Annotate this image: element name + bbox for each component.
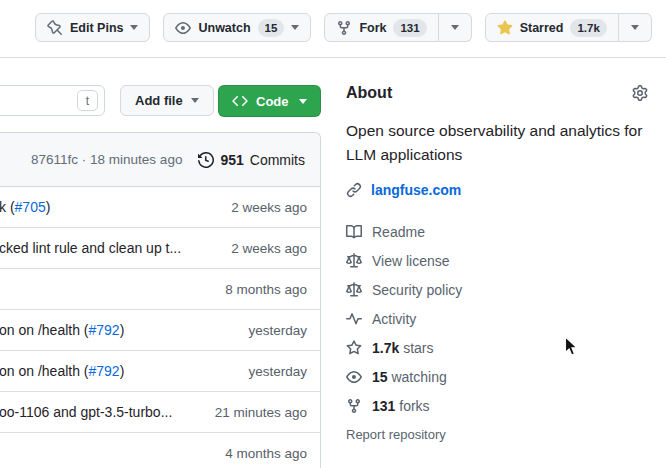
watch-count-badge: 15 <box>258 19 285 37</box>
history-icon <box>198 152 214 168</box>
commit-message: on on /health (#792) <box>0 322 124 338</box>
table-row: 8 months ago <box>0 269 320 310</box>
chevron-down-icon <box>451 25 459 30</box>
unwatch-label: Unwatch <box>198 21 250 35</box>
chevron-down-icon <box>299 99 307 104</box>
issue-link[interactable]: #792 <box>89 363 120 379</box>
pin-icon <box>47 20 63 36</box>
goto-file-input[interactable]: t <box>0 85 105 116</box>
commit-message: oo-1106 and gpt-3.5-turbo... <box>0 404 172 420</box>
starred-label: Starred <box>520 21 564 35</box>
table-row: on on /health (#792) yesterday <box>0 310 320 351</box>
table-row: k (#705) 2 weeks ago <box>0 187 320 228</box>
sidebar-item-label: 131 forks <box>372 398 430 414</box>
issue-link[interactable]: #705 <box>15 199 46 215</box>
commit-date[interactable]: yesterday <box>238 364 307 379</box>
commit-date[interactable]: 2 weeks ago <box>221 241 307 256</box>
table-row: oo-1106 and gpt-3.5-turbo... 21 minutes … <box>0 392 320 433</box>
sidebar-item-label: View license <box>372 253 450 269</box>
sidebar-item-label: 1.7k stars <box>372 340 433 356</box>
star-dropdown-button[interactable] <box>619 13 652 42</box>
sidebar-item-security[interactable]: Security policy <box>346 275 648 304</box>
fork-icon <box>346 398 362 414</box>
about-sidebar: About Open source observability and anal… <box>346 84 648 443</box>
add-file-label: Add file <box>135 93 183 108</box>
sidebar-item-label: Security policy <box>372 282 462 298</box>
pulse-icon <box>346 311 362 327</box>
starred-button[interactable]: Starred 1.7k <box>485 13 619 42</box>
star-filled-icon <box>497 20 513 36</box>
chevron-down-icon <box>191 98 199 103</box>
fork-button-group: Fork 131 <box>324 13 471 42</box>
sidebar-item-stars[interactable]: 1.7k stars <box>346 333 648 362</box>
commit-date[interactable]: 21 minutes ago <box>205 405 307 420</box>
commit-message: on on /health (#792) <box>0 363 124 379</box>
table-row: on on /health (#792) yesterday <box>0 351 320 392</box>
code-icon <box>232 93 248 109</box>
latest-commit-meta[interactable]: 87611fc · 18 minutes ago <box>31 152 182 167</box>
code-button[interactable]: Code <box>218 85 321 117</box>
commit-message: k (#705) <box>0 199 50 215</box>
code-label: Code <box>256 94 289 109</box>
chevron-down-icon <box>130 25 138 30</box>
fork-count-badge: 131 <box>393 19 426 37</box>
sidebar-item-watching[interactable]: 15 watching <box>346 362 648 391</box>
commits-count: 951 <box>220 152 243 168</box>
eye-icon <box>175 20 191 36</box>
fork-button[interactable]: Fork 131 <box>324 13 438 42</box>
edit-pins-button[interactable]: Edit Pins <box>35 13 150 42</box>
sidebar-item-forks[interactable]: 131 forks <box>346 391 648 420</box>
sidebar-item-label: Readme <box>372 224 425 240</box>
eye-icon <box>346 369 362 385</box>
chevron-down-icon <box>631 25 639 30</box>
book-icon <box>346 224 362 240</box>
sidebar-item-readme[interactable]: Readme <box>346 217 648 246</box>
commits-label: Commits <box>250 152 305 168</box>
star-button-group: Starred 1.7k <box>485 13 652 42</box>
report-repository-link[interactable]: Report repository <box>346 427 446 442</box>
chevron-down-icon <box>291 25 299 30</box>
commit-date[interactable]: 2 weeks ago <box>221 200 307 215</box>
website-link[interactable]: langfuse.com <box>371 182 461 198</box>
fork-dropdown-button[interactable] <box>439 13 472 42</box>
keyboard-shortcut-hint: t <box>77 90 98 111</box>
repo-description: Open source observability and analytics … <box>346 119 648 167</box>
star-count-badge: 1.7k <box>570 19 606 37</box>
edit-pins-label: Edit Pins <box>70 21 123 35</box>
about-title: About <box>346 84 392 102</box>
unwatch-button[interactable]: Unwatch 15 <box>163 13 311 42</box>
sidebar-item-label: 15 watching <box>372 369 447 385</box>
repo-action-bar: Edit Pins Unwatch 15 Fork 131 <box>0 0 666 58</box>
sidebar-item-label: Activity <box>372 311 416 327</box>
commit-date[interactable]: 4 months ago <box>215 446 307 461</box>
law-icon <box>346 282 362 298</box>
sidebar-item-activity[interactable]: Activity <box>346 304 648 333</box>
law-icon <box>346 253 362 269</box>
commit-message: cked lint rule and clean up t... <box>0 240 181 256</box>
fork-label: Fork <box>359 21 386 35</box>
commit-date[interactable]: 8 months ago <box>215 282 307 297</box>
star-icon <box>346 340 362 356</box>
commits-history-link[interactable]: 951 Commits <box>198 152 305 168</box>
table-row: cked lint rule and clean up t... 2 weeks… <box>0 228 320 269</box>
table-row: 4 months ago <box>0 433 320 468</box>
issue-link[interactable]: #792 <box>89 322 120 338</box>
link-icon <box>346 182 362 198</box>
latest-commit-bar: 87611fc · 18 minutes ago 951 Commits <box>0 133 320 187</box>
add-file-button[interactable]: Add file <box>120 85 214 116</box>
commit-date[interactable]: yesterday <box>238 323 307 338</box>
gear-icon[interactable] <box>632 85 648 101</box>
sidebar-item-license[interactable]: View license <box>346 246 648 275</box>
file-list: 87611fc · 18 minutes ago 951 Commits k (… <box>0 132 321 468</box>
fork-icon <box>336 20 352 36</box>
